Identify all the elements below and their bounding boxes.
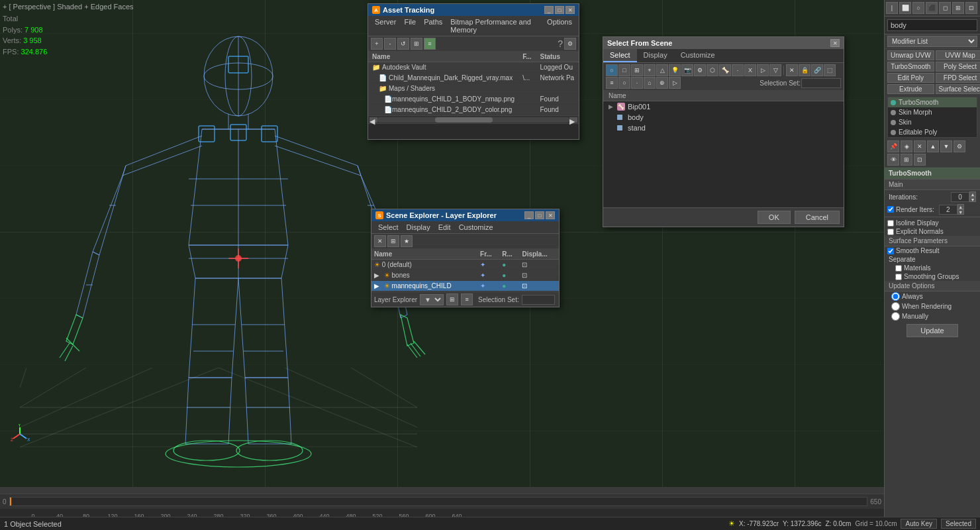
isoline-checkbox[interactable] xyxy=(887,220,894,227)
asset-remove-icon[interactable]: - xyxy=(384,38,396,50)
st-box-icon[interactable]: □ xyxy=(618,64,630,76)
layer-sel-set-input[interactable] xyxy=(522,295,555,305)
modifier-list-dropdown[interactable]: Modifier List xyxy=(887,36,977,47)
iterations-up[interactable]: ▲ xyxy=(969,191,976,197)
layer-restore-btn[interactable]: □ xyxy=(535,211,544,219)
always-radio[interactable] xyxy=(891,292,900,301)
st-sphere-icon[interactable]: ○ xyxy=(606,64,618,76)
layer-menu-display[interactable]: Display xyxy=(403,223,434,232)
surface-select-btn[interactable]: Surface Select xyxy=(936,84,980,94)
smooth-result-checkbox[interactable] xyxy=(887,248,894,254)
asset-tracking-titlebar[interactable]: A Asset Tracking _ □ ✕ xyxy=(368,4,579,16)
st-bones-icon[interactable]: 🦴 xyxy=(719,64,731,76)
st-xref-icon[interactable]: X xyxy=(744,64,756,76)
menu-options[interactable]: Options xyxy=(543,17,576,34)
layer-footer-dropdown[interactable]: ▼ xyxy=(420,294,444,305)
iterations-spinner[interactable]: ▲ ▼ xyxy=(951,191,976,202)
asset-grid-icon[interactable]: ⊞ xyxy=(411,38,422,50)
modifier-editablepoly[interactable]: Editable Poly xyxy=(888,127,977,137)
cancel-button[interactable]: Cancel xyxy=(795,211,840,224)
layer-delete-icon[interactable]: ✕ xyxy=(374,235,386,247)
st-mesh-icon[interactable]: ⊞ xyxy=(631,64,643,76)
selection-set-input[interactable] xyxy=(801,78,841,88)
layer-highlight-icon[interactable]: ★ xyxy=(401,235,413,247)
update-button[interactable]: Update xyxy=(906,324,957,337)
st-close-icon[interactable]: ✕ xyxy=(786,64,798,76)
object-search-input[interactable] xyxy=(887,19,977,31)
nav-icon-8[interactable]: ⊡ xyxy=(965,2,977,14)
copy-icon[interactable]: ⊡ xyxy=(914,154,926,166)
table-row[interactable]: ▶ ☀ mannequins_CHILD ✦ ● ⊡ xyxy=(371,281,559,292)
table-row[interactable]: 📁Maps / Shaders xyxy=(368,83,579,94)
configure-icon[interactable]: ⚙ xyxy=(954,140,965,152)
scrollbar-thumb[interactable] xyxy=(435,117,493,123)
st-lock-icon[interactable]: 🔒 xyxy=(799,64,810,76)
list-item[interactable]: ▶ 🦴 Bip001 xyxy=(603,101,844,112)
asset-list-icon[interactable]: ≡ xyxy=(424,38,436,50)
nav-icon-6[interactable]: ◻ xyxy=(939,2,951,14)
unwrap-uvw-btn[interactable]: Unwrap UVW xyxy=(887,50,934,60)
turbosmooth-btn[interactable]: TurboSmooth xyxy=(887,62,934,72)
tab-customize[interactable]: Customize xyxy=(674,49,722,62)
asset-help-btn[interactable]: ? xyxy=(558,38,563,49)
modifier-skin[interactable]: Skin xyxy=(888,117,977,127)
st-systems-icon[interactable]: ⚙ xyxy=(694,64,706,76)
mode-dropdown[interactable]: Selected xyxy=(941,519,976,529)
table-row[interactable]: ☀ 0 (default) ✦ ● ⊡ xyxy=(371,260,559,270)
nav-icon-2[interactable]: | xyxy=(886,2,898,14)
fpd-select-btn[interactable]: FPD Select xyxy=(936,73,980,83)
asset-minimize-btn[interactable]: _ xyxy=(544,6,554,14)
nav-icon-7[interactable]: ⊞ xyxy=(952,2,964,14)
st-point-icon[interactable]: · xyxy=(631,77,643,89)
more-icon[interactable]: ⊞ xyxy=(901,154,912,166)
st-helper-icon[interactable]: + xyxy=(644,64,656,76)
move-down-icon[interactable]: ▼ xyxy=(940,140,952,152)
table-row[interactable]: 📄mannequins_CHILD_1_BODY_nmap.png Found xyxy=(368,94,579,105)
st-particles-icon[interactable]: · xyxy=(732,64,744,76)
remove-mod-icon[interactable]: ✕ xyxy=(914,140,926,152)
pin-icon[interactable]: 📌 xyxy=(887,140,899,152)
st-layer-icon[interactable]: ≡ xyxy=(606,77,618,89)
select-scene-titlebar[interactable]: Select From Scene ✕ xyxy=(603,37,844,49)
render-iters-input[interactable] xyxy=(939,205,957,215)
st-xform-icon[interactable]: ⊕ xyxy=(656,77,668,89)
smoothing-checkbox[interactable] xyxy=(895,274,902,280)
nav-icon-1[interactable]: ⬛ xyxy=(884,2,885,14)
nav-icon-3[interactable]: ⬜ xyxy=(899,2,911,14)
layer-config-icon[interactable]: ⊞ xyxy=(446,293,458,305)
scroll-left-btn[interactable]: ◀ xyxy=(369,117,377,123)
st-cameras-icon[interactable]: 📷 xyxy=(681,64,693,76)
render-iters-checkbox[interactable] xyxy=(887,206,894,213)
iterations-input[interactable] xyxy=(951,192,969,202)
table-row[interactable]: 📄Child_Mannequin_Dark_Rigged_vray.max \.… xyxy=(368,73,579,83)
modifier-skinmorph[interactable]: Skin Morph xyxy=(888,107,977,117)
st-shapes-icon[interactable]: △ xyxy=(656,64,668,76)
when-rendering-radio[interactable] xyxy=(891,302,900,311)
menu-server[interactable]: Server xyxy=(371,17,400,34)
layer-menu-edit[interactable]: Edit xyxy=(434,223,455,232)
menu-paths[interactable]: Paths xyxy=(420,17,446,34)
poly-select-btn[interactable]: Poly Select xyxy=(936,62,980,72)
autokey-btn[interactable]: Auto Key xyxy=(901,519,937,529)
ok-button[interactable]: OK xyxy=(758,211,791,224)
list-item[interactable]: ▶ body xyxy=(603,112,844,123)
tab-select[interactable]: Select xyxy=(603,49,637,62)
materials-checkbox[interactable] xyxy=(895,265,902,272)
asset-restore-btn[interactable]: □ xyxy=(555,6,564,14)
unique-icon[interactable]: ◈ xyxy=(901,140,912,152)
asset-add-icon[interactable]: + xyxy=(371,38,383,50)
layer-merge-icon[interactable]: ⊞ xyxy=(387,235,399,247)
st-bone-icon[interactable]: ⌂ xyxy=(644,77,656,89)
menu-file[interactable]: File xyxy=(400,17,420,34)
nav-icon-4[interactable]: ○ xyxy=(912,2,924,14)
st-more-icon[interactable]: ▷ xyxy=(757,64,769,76)
show-icon[interactable]: 👁 xyxy=(887,154,899,166)
render-iters-spinner[interactable]: ▲ ▼ xyxy=(939,204,964,215)
uvw-map-btn[interactable]: UVW Map xyxy=(936,50,980,60)
timeline-top[interactable]: 0 650 xyxy=(0,494,884,509)
render-iters-up[interactable]: ▲ xyxy=(957,204,964,209)
modifier-turbosmooth[interactable]: TurboSmooth xyxy=(888,97,977,107)
table-row[interactable]: ▶ ☀ bones ✦ ● ⊡ xyxy=(371,270,559,281)
st-obj-icon[interactable]: ○ xyxy=(618,77,630,89)
list-item[interactable]: ▶ stand xyxy=(603,123,844,133)
